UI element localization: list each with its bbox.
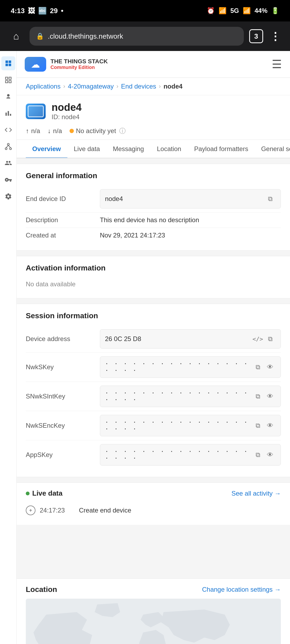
live-dot-icon: [26, 492, 30, 495]
sidebar-item-flow[interactable]: [1, 140, 15, 153]
breadcrumb-gateway[interactable]: 4-20magateway: [68, 83, 114, 90]
network-5g: 5G: [230, 7, 239, 14]
field-value-nwksenckey: · · · · · · · · · · · · · · · · · · · · …: [100, 415, 281, 436]
logo-cloud-icon: [25, 57, 46, 72]
sidebar-item-code[interactable]: [1, 123, 15, 137]
activation-no-data: No data available: [26, 278, 281, 291]
breadcrumb-end-devices[interactable]: End devices: [121, 83, 156, 90]
copy-snwksintkey-button[interactable]: ⧉: [252, 391, 263, 402]
breadcrumb-current: node4: [164, 83, 183, 90]
tab-count-badge[interactable]: 3: [249, 29, 263, 43]
field-row-device-id: End device ID node4 ⧉: [26, 185, 281, 213]
sidebar-item-chart[interactable]: [1, 106, 15, 120]
tab-live-data[interactable]: Live data: [67, 140, 106, 158]
breadcrumb-sep-3: ›: [159, 83, 161, 90]
svg-rect-10: [10, 114, 11, 116]
field-row-device-address: Device address 26 0C 25 D8 </> ⧉: [26, 325, 281, 353]
snwksintkey-dots: · · · · · · · · · · · · · · · · · · · ·: [105, 390, 252, 403]
breadcrumb-sep-2: ›: [117, 83, 118, 90]
copy-appskey-button[interactable]: ⧉: [252, 449, 263, 460]
sidebar-item-person[interactable]: [1, 90, 15, 104]
field-label-nwkskey: NwkSKey: [26, 363, 96, 371]
field-label-device-id: End device ID: [26, 195, 96, 203]
toggle-snwksintkey-button[interactable]: 👁: [264, 391, 276, 402]
general-info-section: General information End device ID node4 …: [17, 164, 290, 251]
device-id: ID: node4: [52, 113, 82, 121]
live-data-title: Live data: [26, 489, 63, 497]
status-right: ⏰ 📶 5G 📶 44% 🔋: [207, 7, 279, 14]
signal-icon: 📶: [243, 7, 251, 14]
sidebar-item-dashboard[interactable]: [1, 56, 15, 70]
sidebar-item-settings[interactable]: [1, 189, 15, 203]
url-text: .cloud.thethings.network: [48, 32, 237, 41]
copy-nwksenckey-button[interactable]: ⧉: [252, 420, 263, 431]
activation-info-section: Activation information No data available: [17, 256, 290, 298]
device-name: node4: [52, 102, 82, 113]
copy-device-address-button[interactable]: ⧉: [264, 333, 276, 345]
world-map-svg: [26, 599, 281, 644]
breadcrumb-apps[interactable]: Applications: [26, 83, 60, 90]
device-address-value: 26 0C 25 D8: [105, 335, 141, 343]
tab-messaging[interactable]: Messaging: [106, 140, 150, 158]
activity-time: 24:17:23: [40, 507, 75, 514]
tab-general-settings[interactable]: General settings: [255, 140, 290, 158]
toggle-appskey-button[interactable]: 👁: [264, 449, 276, 460]
toggle-nwksenckey-button[interactable]: 👁: [264, 420, 276, 431]
appskey-dots: · · · · · · · · · · · · · · · · · · · ·: [105, 448, 252, 462]
field-row-created-at: Created at Nov 29, 2021 24:17:23: [26, 228, 281, 243]
browser-bar: ⌂ 🔒 .cloud.thethings.network 3 ⋮: [0, 21, 290, 51]
browser-url-bar[interactable]: 🔒 .cloud.thethings.network: [30, 27, 244, 46]
device-id-value: node4: [105, 195, 123, 203]
live-data-header: Live data See all activity →: [26, 489, 281, 497]
tab-payload-formatters[interactable]: Payload formatters: [188, 140, 255, 158]
location-header: Location Change location settings →: [26, 585, 281, 594]
stat-download: ↓ n/a: [48, 127, 62, 135]
change-location-link[interactable]: Change location settings →: [202, 586, 281, 593]
sidebar-item-grid[interactable]: [1, 73, 15, 87]
battery: 44%: [255, 7, 267, 14]
live-data-section: Live data See all activity → + 24:17:23 …: [17, 482, 290, 525]
general-info-title: General information: [26, 171, 281, 180]
app-logo: THE THINGS STACK Community Edition: [25, 57, 108, 72]
field-label-created-at: Created at: [26, 232, 96, 239]
field-value-nwkskey: · · · · · · · · · · · · · · · · · · · · …: [100, 356, 281, 378]
stat-activity: No activity yet ⓘ: [70, 127, 126, 135]
dot-icon: •: [61, 7, 63, 15]
svg-point-13: [9, 148, 11, 150]
toggle-nwkskey-button[interactable]: 👁: [264, 361, 276, 373]
sidebar-item-users[interactable]: [1, 156, 15, 170]
device-name-block: node4 ID: node4: [52, 102, 82, 121]
svg-rect-6: [5, 80, 8, 83]
svg-rect-4: [5, 77, 8, 79]
field-value-appskey: · · · · · · · · · · · · · · · · · · · · …: [100, 444, 281, 466]
main-layout: THE THINGS STACK Community Edition ☰ App…: [0, 51, 290, 644]
activity-info-icon: ⓘ: [119, 127, 126, 135]
alarm-icon: ⏰: [207, 7, 215, 14]
image-icon: 🖼: [28, 7, 35, 15]
svg-rect-5: [9, 77, 11, 79]
svg-rect-3: [9, 64, 11, 66]
browser-home-button[interactable]: ⌂: [8, 28, 24, 44]
code-device-address-button[interactable]: </>: [252, 333, 263, 345]
copy-device-id-button[interactable]: ⧉: [264, 193, 276, 204]
activity-row: + 24:17:23 Create end device: [26, 502, 281, 518]
sidebar: [0, 51, 17, 644]
description-value: This end device has no description: [100, 216, 281, 224]
svg-point-11: [7, 143, 9, 145]
tab-overview[interactable]: Overview: [26, 140, 67, 158]
stat-upload: ↑ n/a: [26, 127, 40, 135]
browser-menu-button[interactable]: ⋮: [269, 30, 282, 42]
copy-nwkskey-button[interactable]: ⧉: [252, 361, 263, 373]
field-value-device-address: 26 0C 25 D8 </> ⧉: [100, 329, 281, 349]
translate-icon: 🔤: [38, 7, 47, 15]
battery-icon: 🔋: [271, 7, 279, 14]
field-label-nwksenckey: NwkSEncKey: [26, 422, 96, 429]
calendar-icon: 29: [50, 7, 58, 15]
sidebar-item-keys[interactable]: [1, 173, 15, 187]
activity-description: Create end device: [79, 507, 131, 514]
tab-location[interactable]: Location: [150, 140, 188, 158]
see-all-activity-link[interactable]: See all activity →: [231, 490, 281, 497]
location-section: Location Change location settings →: [17, 579, 290, 644]
device-icon-inner: [28, 105, 44, 117]
hamburger-button[interactable]: ☰: [272, 58, 282, 71]
